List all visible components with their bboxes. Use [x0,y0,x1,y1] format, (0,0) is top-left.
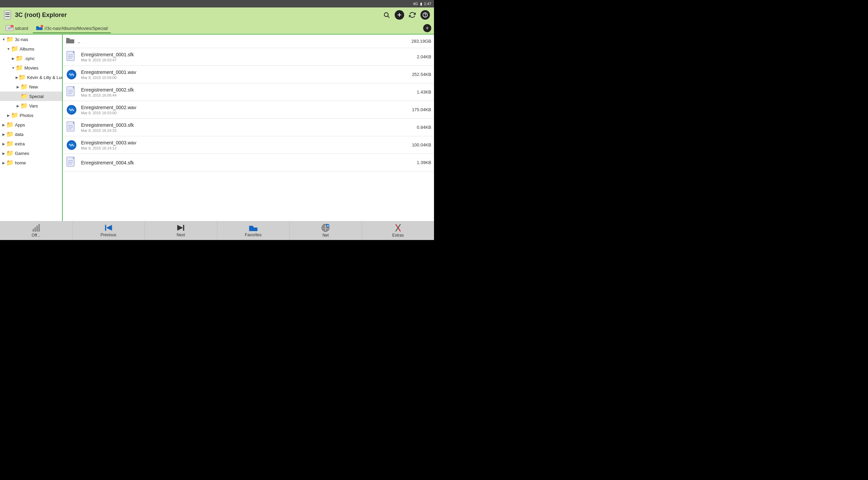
extras-label: Extras [392,233,404,238]
next-label: Next [177,233,185,237]
tree-item-3c-nas[interactable]: ▼ 📁 3c-nas [0,35,62,44]
folder-icon-apps: 📁 [6,121,14,128]
tree-item-apps[interactable]: ▶ 📁 Apps [0,120,62,129]
top-actions [382,10,430,20]
next-icon [176,224,185,232]
file-row-0[interactable]: Enregistrement_0001.sfk Mar 8, 2015 16:0… [63,48,434,66]
folder-icon-extra: 📁 [6,140,14,147]
favorites-button[interactable]: Favorites [217,221,290,240]
previous-label: Previous [100,233,116,237]
file-date-5: Mar 8, 2015 16:14:12 [81,146,409,150]
file-name-1: Enregistrement_0001.wav [81,69,409,75]
folder-icon-kevin: 📁 [18,74,26,81]
search-button[interactable] [382,10,391,20]
tree-item-vars[interactable]: ▶ 📁 Vars [0,101,62,111]
left-panel: ▼ 📁 3c-nas ▼ 📁 Albums ▶ 📁 .sync ▼ 📁 Movi… [0,35,63,221]
tree-item-albums[interactable]: ▼ 📁 Albums [0,44,62,54]
add-button[interactable] [395,10,404,20]
menu-button[interactable]: ☰ [4,11,11,19]
next-button[interactable]: Next [145,221,217,240]
file-name-2: Enregistrement_0002.sfk [81,87,414,93]
svg-text:SD: SD [8,27,11,30]
tree-item-movies[interactable]: ▼ 📁 Movies [0,63,62,73]
svg-rect-13 [73,51,74,53]
file-row-3[interactable]: Enregistrement_0002.wav Mar 8, 2015 16:0… [63,101,434,119]
svg-rect-27 [73,122,74,124]
tree-item-special[interactable]: 📁 Special [0,92,62,101]
tree-arrow-new: ▶ [16,85,20,89]
file-name-6: Enregistrement_0004.sfk [81,160,414,165]
file-name-3: Enregistrement_0002.wav [81,105,409,110]
file-icon-4 [65,121,78,134]
extras-button[interactable]: Extras [362,221,434,240]
breadcrumb-add-button[interactable]: + [423,24,431,32]
folder-icon-games: 📁 [6,149,14,157]
favorites-label: Favorites [245,233,261,237]
svg-marker-44 [177,225,183,231]
offline-button[interactable]: Off... [0,221,73,240]
file-row-4[interactable]: Enregistrement_0003.sfk Mar 8, 2015 16:2… [63,119,434,136]
file-size-6: 1.39KB [414,160,431,165]
breadcrumb-network-tab[interactable]: ✕ //3c-nas/Albums/Movies/Special/ [33,24,111,33]
offline-icon [32,223,40,232]
file-icon-0 [65,51,78,63]
help-button[interactable] [420,10,430,20]
file-info-5: Enregistrement_0003.wav Mar 8, 2015 16:1… [81,140,409,150]
svg-text:✕: ✕ [11,25,13,27]
file-row-5[interactable]: Enregistrement_0003.wav Mar 8, 2015 16:1… [63,136,434,154]
file-info-0: Enregistrement_0001.sfk Mar 8, 2015 16:0… [81,52,414,62]
tree-item-home[interactable]: ▶ 📁 home [0,158,62,167]
time-display: 1:47 [424,2,431,6]
folder-icon-3c-nas: 📁 [6,36,14,43]
tree-item-data[interactable]: ▶ 📁 data [0,129,62,139]
folder-icon-photos: 📁 [11,112,18,119]
tree-label-new: New [29,84,38,89]
tree-label-movies: Movies [24,65,38,71]
folder-icon-sync: 📁 [16,55,23,62]
tree-label-special: Special [29,94,44,99]
breadcrumb-sdcard-tab[interactable]: SD ✕ sdcard [3,24,31,33]
file-info-1: Enregistrement_0001.wav Mar 8, 2015 15:5… [81,69,409,80]
folder-icon-vars: 📁 [20,102,28,109]
folder-icon-home: 📁 [6,159,14,166]
network-tab-path: //3c-nas/Albums/Movies/Special/ [44,26,108,31]
previous-icon [104,224,113,232]
file-icon-5 [65,139,78,151]
file-size-5: 100.04KB [409,142,431,147]
parent-folder-row[interactable]: .. 283.19GB [63,35,434,48]
file-date-2: Mar 8, 2015 16:06:44 [81,93,414,97]
tree-label-apps: Apps [15,122,25,127]
sfk-file-icon [66,157,77,169]
tree-item-photos[interactable]: ▶ 📁 Photos [0,111,62,120]
tree-item-new[interactable]: ▶ 📁 New [0,82,62,92]
tree-label-games: Games [15,151,29,156]
tree-item-kevin-lilly-lucy[interactable]: ▶ 📁 Kévin & Lilly & Lucy [0,73,62,82]
file-info-4: Enregistrement_0003.sfk Mar 8, 2015 16:2… [81,122,414,133]
refresh-button[interactable] [408,10,417,20]
app-title: 3C (root) Explorer [15,12,378,19]
tree-label-home: home [15,160,26,165]
tree-arrow-apps: ▶ [1,123,6,127]
file-size-3: 175.04KB [409,107,431,112]
tree-item-extra[interactable]: ▶ 📁 extra [0,139,62,148]
tree-label-albums: Albums [20,46,34,52]
previous-button[interactable]: Previous [73,221,145,240]
svg-text:◉: ◉ [327,224,329,227]
parent-folder-size: 283.19GB [411,39,431,44]
favorites-icon [249,224,258,232]
tree-item-games[interactable]: ▶ 📁 Games [0,148,62,158]
tree-arrow-extra: ▶ [1,142,6,146]
svg-rect-38 [33,229,34,232]
main-content: ▼ 📁 3c-nas ▼ 📁 Albums ▶ 📁 .sync ▼ 📁 Movi… [0,35,434,221]
svg-line-1 [388,16,390,18]
file-row-1[interactable]: Enregistrement_0001.wav Mar 8, 2015 15:5… [63,66,434,83]
battery-icon: ▮ [420,2,422,6]
tree-item-sync[interactable]: ▶ 📁 .sync [0,54,62,63]
file-size-0: 2.04KB [414,54,431,59]
file-row-6[interactable]: Enregistrement_0004.sfk 1.39KB [63,154,434,172]
sfk-file-icon [66,51,77,63]
svg-rect-34 [73,157,74,159]
file-row-2[interactable]: Enregistrement_0002.sfk Mar 8, 2015 16:0… [63,83,434,101]
net-button[interactable]: ◉ Net [290,221,362,240]
file-info-3: Enregistrement_0002.wav Mar 8, 2015 16:0… [81,105,409,115]
